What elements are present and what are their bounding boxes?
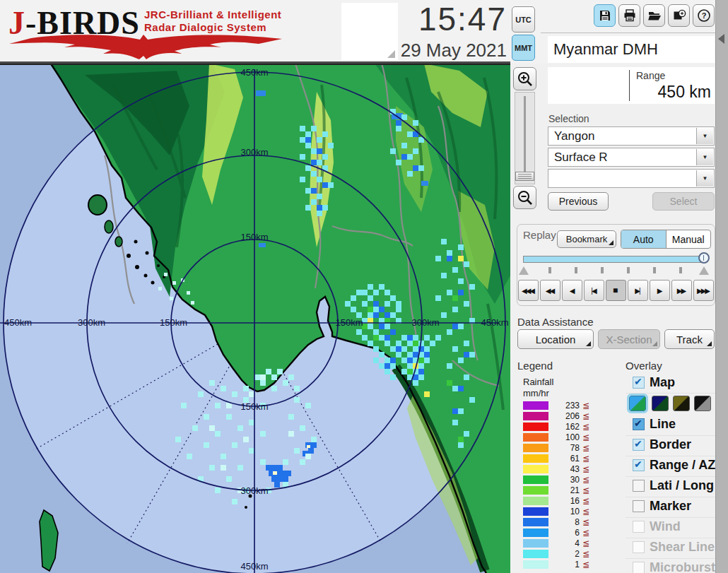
map-style-swatch-3[interactable] <box>673 396 690 411</box>
overlay-item-marker[interactable]: Marker <box>626 497 715 518</box>
svg-text:300km: 300km <box>240 485 268 496</box>
slider-tick <box>627 267 630 273</box>
help-button[interactable]: ? <box>693 4 715 27</box>
slider-tick <box>653 267 656 273</box>
media-forward-fast-button[interactable]: ▶▶▶ <box>693 280 714 301</box>
auto-button[interactable]: Auto <box>621 230 667 248</box>
slider-start-marker[interactable] <box>519 266 529 275</box>
slider-tick <box>548 267 551 273</box>
border-checkbox[interactable] <box>633 439 645 451</box>
collapse-arrow-icon[interactable] <box>718 34 724 44</box>
track-button[interactable]: Track <box>664 329 715 349</box>
radar-map[interactable]: 450km 300km 150km 150km 300km 450km 450k… <box>0 64 510 573</box>
legend-entry: 2≦ <box>523 549 601 560</box>
legend-swatch <box>523 507 548 516</box>
legend-entry: 8≦ <box>523 517 601 528</box>
replay-slider-handle[interactable] <box>698 252 710 264</box>
legend-swatch <box>523 433 548 442</box>
map-style-swatch-1[interactable] <box>629 396 646 411</box>
legend-swatch <box>523 475 548 484</box>
svg-text:450km: 450km <box>4 317 32 328</box>
overlay-item-wind: Wind <box>626 517 715 538</box>
chevron-down-icon[interactable]: ▼ <box>696 128 713 144</box>
svg-text:450km: 450km <box>240 67 268 78</box>
save-button[interactable] <box>594 4 616 27</box>
marker-checkbox[interactable] <box>633 500 645 512</box>
product-dropdown[interactable]: Surface R ▼ <box>548 148 715 167</box>
legend-swatch <box>523 423 548 431</box>
media-skip-end-button[interactable]: ▶| <box>628 280 648 301</box>
zoom-out-icon <box>517 189 534 206</box>
xsection-button[interactable]: X-Section <box>598 329 660 349</box>
slider-end-marker[interactable] <box>699 266 709 275</box>
overlay-item-border[interactable]: Border <box>626 435 715 456</box>
manual-button[interactable]: Manual <box>667 230 711 248</box>
legend-swatch <box>523 518 548 526</box>
media-forward-button[interactable]: ▶▶ <box>671 280 692 301</box>
map-zoom-handle[interactable] <box>515 172 534 181</box>
mmt-button[interactable]: MMT <box>512 35 535 61</box>
legend-entry: 43≦ <box>523 464 601 475</box>
map-style-swatch-4[interactable] <box>694 396 711 411</box>
legend-swatch <box>523 444 548 452</box>
overlay-item-shear-line: Shear Line <box>626 538 715 559</box>
legend-entry: 21≦ <box>523 485 601 496</box>
svg-text:300km: 300km <box>411 317 439 328</box>
overlay-item-map[interactable]: Map <box>626 373 715 394</box>
bookmark-button[interactable]: Bookmark <box>557 230 616 248</box>
svg-text:150km: 150km <box>160 317 187 328</box>
legend-swatch <box>523 539 548 548</box>
chevron-down-icon[interactable]: ▼ <box>696 170 713 187</box>
overlay-item-range-az[interactable]: Range / AZ <box>626 456 715 477</box>
previous-button[interactable]: Previous <box>548 192 609 211</box>
legend-swatch <box>523 497 548 505</box>
legend-swatch <box>523 465 548 473</box>
range-az-checkbox[interactable] <box>633 459 645 471</box>
media-rewind-button[interactable]: ◀◀ <box>540 280 560 301</box>
help-icon: ? <box>697 8 711 23</box>
legend-entry: 6≦ <box>523 528 601 538</box>
replay-slider-track[interactable] <box>523 256 705 263</box>
add-image-button[interactable] <box>668 4 690 27</box>
chevron-down-icon[interactable]: ▼ <box>696 149 713 165</box>
legend-unit-line1: Rainfall <box>523 377 553 387</box>
extra-dropdown[interactable]: ▼ <box>548 169 715 188</box>
overlay-item-microburst: Microburst <box>626 558 715 573</box>
legend-entry: 233≦ <box>523 401 601 411</box>
lati-long-checkbox[interactable] <box>633 480 645 492</box>
overlay-item-line[interactable]: Line <box>626 415 715 436</box>
map-style-swatch-2[interactable] <box>652 396 669 411</box>
overlay-item-lati-long[interactable]: Lati / Long <box>626 476 715 497</box>
legend-swatch <box>523 454 548 463</box>
select-button[interactable]: Select <box>652 192 715 211</box>
media-stop-button[interactable]: ■ <box>606 280 626 301</box>
media-play-button[interactable]: ▶ <box>650 280 670 301</box>
folder-open-icon <box>647 8 662 23</box>
map-checkbox[interactable] <box>633 377 645 389</box>
zoom-out-button[interactable] <box>513 186 536 209</box>
shear-line-checkbox <box>633 541 645 553</box>
wind-checkbox <box>633 521 645 533</box>
print-button[interactable] <box>618 4 640 27</box>
legend-unit-line2: mm/hr <box>523 388 549 398</box>
zoom-in-button[interactable] <box>513 67 536 90</box>
clock-date: 29 May 2021 <box>385 40 507 61</box>
microburst-checkbox <box>633 562 645 573</box>
media-step-back-button[interactable]: ◀ <box>562 280 582 301</box>
line-checkbox[interactable] <box>633 418 645 430</box>
open-button[interactable] <box>643 4 665 27</box>
media-skip-start-button[interactable]: |◀ <box>584 280 604 301</box>
site-dropdown[interactable]: Yangon ▼ <box>548 126 715 146</box>
utc-button[interactable]: UTC <box>512 6 535 33</box>
legend-swatch <box>523 401 548 410</box>
replay-label: Replay <box>523 229 556 241</box>
slider-tick <box>575 267 577 273</box>
slider-tick <box>679 267 682 273</box>
product-dropdown-value: Surface R <box>554 150 608 165</box>
media-rewind-fast-button[interactable]: ◀◀◀ <box>518 280 539 301</box>
location-button[interactable]: Location <box>517 329 594 349</box>
panel-collapse-strip[interactable] <box>715 0 728 573</box>
legend-label: Legend <box>517 360 553 372</box>
logo-subtitle-1: JRC-Brilliant & Intelligent <box>144 8 281 20</box>
legend-entry: 100≦ <box>523 432 601 443</box>
